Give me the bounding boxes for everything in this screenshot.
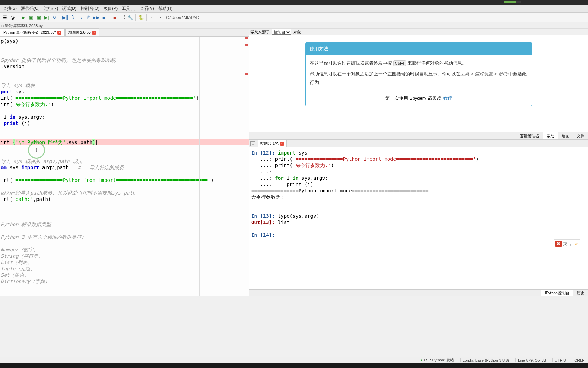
forward-icon[interactable]: → [156, 14, 163, 21]
config-icon[interactable]: 🔧 [127, 14, 134, 21]
file-path-bar: n 量化编程基础-2023.py [0, 22, 588, 29]
tutorial-link[interactable]: 教程 [443, 96, 452, 101]
stop-debug-icon[interactable]: ■ [100, 14, 107, 21]
menu-item[interactable]: 查看(V) [138, 5, 156, 12]
status-encoding: UTF-8 [552, 358, 568, 362]
emoji-icon[interactable]: ☺ [574, 241, 579, 246]
menu-item[interactable]: 项目(P) [101, 5, 120, 12]
status-conda[interactable]: conda: base (Python 3.8.8) [460, 358, 511, 362]
python-icon[interactable]: 🐍 [138, 14, 145, 21]
run-cell-icon[interactable]: ▣ [28, 14, 35, 21]
console-options-icon[interactable]: □ [250, 141, 255, 146]
step-into-icon[interactable]: ↳ [77, 14, 84, 21]
rerun-icon[interactable]: ↻ [51, 14, 58, 21]
right-panel: 帮助来源于 控制台 对象 使用方法 在这里你可以通过在编辑器或者终端中按 Ctr… [249, 29, 588, 296]
menu-item[interactable]: 工具(T) [120, 5, 138, 12]
console-output[interactable]: In [12]: import sys ...: print('========… [249, 147, 588, 289]
editor-panel: Python 量化编程基础-2023.py*×粉刷匠2.0.py× p(sys)… [0, 29, 249, 296]
help-object-label: 对象 [293, 29, 301, 35]
stop-icon[interactable]: ■ [111, 14, 118, 21]
run-icon[interactable]: ▶ [20, 14, 27, 21]
menu-item[interactable]: 控制台(O) [79, 5, 101, 12]
status-lsp: ● LSP Python: 就绪 [418, 357, 456, 363]
fullscreen-icon[interactable]: ⛶ [119, 14, 126, 21]
status-bar: ● LSP Python: 就绪 conda: base (Python 3.8… [0, 357, 588, 363]
tab-label: Python 量化编程基础-2023.py* [3, 30, 56, 35]
close-icon[interactable]: × [92, 31, 96, 35]
status-eol: CRLF [572, 358, 587, 362]
close-icon[interactable]: × [57, 31, 61, 35]
right-tab[interactable]: 文件 [573, 132, 588, 139]
right-pane-tabs: 变量管理器帮助绘图文件 [249, 132, 588, 140]
help-header: 帮助来源于 控制台 对象 [249, 29, 588, 35]
cursor-highlight: I [28, 142, 45, 159]
console-tabs: □ 控制台 1/A × [249, 140, 588, 147]
right-tab[interactable]: 变量管理器 [516, 132, 543, 139]
tab-label: 粉刷匠2.0.py [68, 30, 91, 35]
maximize-icon[interactable] [583, 1, 586, 4]
ime-indicator[interactable]: S 英 ， ☺ [554, 239, 580, 248]
title-bar [0, 0, 588, 5]
editor-tab[interactable]: 粉刷匠2.0.py× [65, 28, 99, 36]
menu-item[interactable]: 源代码(C) [19, 5, 42, 12]
step-over-icon[interactable]: ⤵ [69, 14, 76, 21]
menu-bar: 查找(S)源代码(C)运行(R)调试(D)控制台(O)项目(P)工具(T)查看(… [0, 5, 588, 13]
menu-icon[interactable]: ☰ [1, 14, 8, 21]
help-title: 使用方法 [306, 43, 532, 55]
continue-icon[interactable]: ▶▶ [93, 14, 100, 21]
right-tab[interactable]: 帮助 [543, 132, 558, 139]
bottom-tab[interactable]: 历史 [573, 290, 588, 296]
help-usage-box: 使用方法 在这里你可以通过在编辑器或者终端中按 Ctrl+I 来获得任何对象的帮… [305, 42, 532, 106]
kbd-shortcut: Ctrl+I [393, 60, 406, 66]
working-dir[interactable]: C:\Users\MIAPAD [166, 15, 199, 20]
debug-icon[interactable]: ▶‖ [62, 14, 69, 21]
editor-tab[interactable]: Python 量化编程基础-2023.py*× [0, 28, 65, 36]
back-icon[interactable]: ← [148, 14, 155, 21]
menu-item[interactable]: 帮助(H) [156, 5, 175, 12]
bottom-tab[interactable]: IPython控制台 [541, 290, 573, 296]
status-linecol: Line 879, Col 33 [515, 358, 548, 362]
close-icon[interactable]: × [280, 142, 284, 146]
menu-item[interactable]: 调试(D) [60, 5, 79, 12]
menu-item[interactable]: 运行(R) [42, 5, 60, 12]
right-tab[interactable]: 绘图 [558, 132, 573, 139]
progress-indicator [504, 1, 521, 3]
help-source-select[interactable]: 控制台 [272, 29, 291, 35]
at-icon[interactable]: @ [9, 14, 16, 21]
sogou-icon: S [555, 241, 562, 247]
console-bottom-tabs: IPython控制台历史 [249, 289, 588, 296]
run-selection-icon[interactable]: ▶| [43, 14, 50, 21]
editor-tabs: Python 量化编程基础-2023.py*×粉刷匠2.0.py× [0, 29, 249, 37]
taskbar[interactable] [0, 363, 588, 368]
console-tab[interactable]: 控制台 1/A × [258, 140, 287, 147]
step-out-icon[interactable]: ↱ [85, 14, 92, 21]
help-source-label: 帮助来源于 [250, 29, 270, 35]
menu-item[interactable]: 查找(S) [1, 5, 19, 12]
code-editor[interactable]: p(sys) Spyder 提供了代码补全功能, 也是重要的帮助系统.versi… [0, 37, 249, 296]
console-panel: □ 控制台 1/A × In [12]: import sys ...: pri… [249, 140, 588, 296]
toolbar: ☰ @ ▶ ▣ ▣ ▶| ↻ ▶‖ ⤵ ↳ ↱ ▶▶ ■ ■ ⛶ 🔧 🐍 ← →… [0, 13, 588, 22]
run-cell-advance-icon[interactable]: ▣ [35, 14, 42, 21]
